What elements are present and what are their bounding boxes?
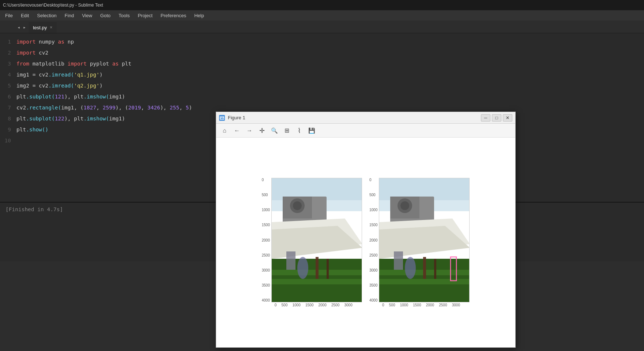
- figure-close-button[interactable]: ✕: [503, 114, 512, 122]
- plot-container: 0 500 1000 1500 2000 2500 3000 3500 4000: [255, 174, 477, 311]
- line-number-6: 6: [0, 94, 16, 100]
- figure-minimize-button[interactable]: ─: [481, 114, 490, 122]
- menu-project[interactable]: Project: [134, 12, 156, 19]
- subplot-1: 0 500 1000 1500 2000 2500 3000 3500 4000: [262, 178, 362, 307]
- svg-rect-27: [394, 251, 403, 270]
- subplot-1-x-axis: 0 500 1000 1500 2000 2500 3000: [262, 302, 353, 307]
- svg-rect-12: [286, 251, 295, 270]
- menu-tools[interactable]: Tools: [115, 12, 133, 19]
- console-finished-text: [Finished in 4.7s]: [5, 206, 63, 212]
- menu-help[interactable]: Help: [191, 12, 208, 19]
- svg-rect-11: [272, 279, 362, 284]
- line-number-1: 1: [0, 39, 16, 45]
- menu-file[interactable]: File: [1, 12, 16, 19]
- line-6-content: plt.subplot(121), plt.imshow(img1): [16, 94, 125, 100]
- line-number-4: 4: [0, 72, 16, 78]
- svg-rect-14: [316, 257, 319, 279]
- menu-preferences[interactable]: Preferences: [157, 12, 190, 19]
- subplot-2: 0 500 1000 1500 2000 2500 3000 3500 4000: [369, 178, 470, 307]
- tab-label: test.py: [33, 25, 47, 30]
- svg-point-13: [297, 257, 308, 279]
- svg-rect-29: [423, 257, 426, 279]
- line-9-content: plt.show(): [16, 127, 48, 132]
- menu-bar: File Edit Selection Find View Goto Tools…: [0, 10, 644, 20]
- code-line-5: 5 img2 = cv2.imread('q2.jpg'): [0, 80, 644, 91]
- line-number-10: 10: [0, 138, 16, 143]
- figure-config-button[interactable]: ⊞: [281, 126, 292, 136]
- code-line-2: 2 import cv2: [0, 47, 644, 58]
- code-line-3: 3 from matplotlib import pyplot as plt: [0, 58, 644, 69]
- svg-rect-15: [327, 259, 329, 279]
- line-number-2: 2: [0, 50, 16, 56]
- figure-zoom-button[interactable]: 🔍: [269, 126, 280, 136]
- line-number-9: 9: [0, 127, 16, 132]
- tab-close-button[interactable]: ×: [50, 25, 52, 30]
- subplot-2-y-axis: 0 500 1000 1500 2000 2500 3000 3500 4000: [369, 178, 379, 302]
- line-1-content: import numpy as np: [16, 39, 74, 45]
- menu-selection[interactable]: Selection: [33, 12, 60, 19]
- line-number-7: 7: [0, 105, 16, 111]
- subplot-1-image: [271, 178, 362, 302]
- subplot-2-svg: [379, 178, 470, 302]
- figure-edit-button[interactable]: ⌇: [294, 126, 305, 136]
- figure-content: 0 500 1000 1500 2000 2500 3000 3500 4000: [216, 138, 515, 347]
- figure-title-text: Figure 1: [228, 115, 478, 120]
- svg-point-28: [405, 257, 416, 279]
- figure-window[interactable]: Figure 1 ─ □ ✕ ⌂ ← → ✛ 🔍 ⊞ ⌇ 💾 0 500 100…: [216, 112, 516, 348]
- title-text: C:\Users\lenovouser\Desktop\test.py - Su…: [3, 3, 103, 8]
- code-line-6: 6 plt.subplot(121), plt.imshow(img1): [0, 91, 644, 102]
- line-5-content: img2 = cv2.imread('q2.jpg'): [16, 83, 103, 89]
- figure-title-bar: Figure 1 ─ □ ✕: [216, 112, 515, 124]
- figure-toolbar: ⌂ ← → ✛ 🔍 ⊞ ⌇ 💾: [216, 124, 515, 138]
- figure-back-button[interactable]: ←: [231, 126, 242, 136]
- figure-save-button[interactable]: 💾: [306, 126, 317, 136]
- figure-icon: [219, 115, 225, 121]
- line-number-5: 5: [0, 83, 16, 89]
- code-line-1: 1 import numpy as np: [0, 36, 644, 47]
- sidebar-toggle[interactable]: ◂ ▸: [15, 22, 29, 33]
- menu-edit[interactable]: Edit: [17, 12, 33, 19]
- line-8-content: plt.subplot(122), plt.imshow(img1): [16, 116, 125, 122]
- figure-maximize-button[interactable]: □: [492, 114, 501, 122]
- subplot-1-image-sim: [272, 178, 362, 302]
- tab-bar: ◂ ▸ test.py ×: [0, 20, 644, 33]
- line-4-content: img1 = cv2.imread('q1.jpg'): [16, 72, 103, 78]
- figure-forward-button[interactable]: →: [244, 126, 255, 136]
- line-3-content: from matplotlib import pyplot as plt: [16, 61, 131, 67]
- line-7-content: cv2.rectangle(img1, (1827, 2599), (2019,…: [16, 105, 192, 111]
- figure-pan-button[interactable]: ✛: [256, 126, 267, 136]
- svg-rect-30: [434, 259, 436, 279]
- subplot-1-y-axis: 0 500 1000 1500 2000 2500 3000 3500 4000: [262, 178, 271, 302]
- subplot-1-svg: [272, 178, 362, 302]
- menu-view[interactable]: View: [78, 12, 96, 19]
- subplot-2-x-axis: 0 500 1000 1500 2000 2500 3000: [369, 302, 460, 307]
- subplot-2-image: [379, 178, 470, 302]
- title-bar: C:\Users\lenovouser\Desktop\test.py - Su…: [0, 0, 644, 10]
- line-number-3: 3: [0, 61, 16, 67]
- line-2-content: import cv2: [16, 50, 48, 56]
- line-number-8: 8: [0, 116, 16, 122]
- svg-point-6: [293, 201, 302, 210]
- menu-goto[interactable]: Goto: [97, 12, 114, 19]
- menu-find[interactable]: Find: [61, 12, 78, 19]
- figure-home-button[interactable]: ⌂: [219, 126, 230, 136]
- subplot-2-image-sim: [379, 178, 469, 302]
- code-line-4: 4 img1 = cv2.imread('q1.jpg'): [0, 69, 644, 80]
- figure-window-controls: ─ □ ✕: [481, 114, 512, 122]
- tab-test-py[interactable]: test.py ×: [29, 22, 57, 33]
- svg-point-21: [400, 201, 409, 210]
